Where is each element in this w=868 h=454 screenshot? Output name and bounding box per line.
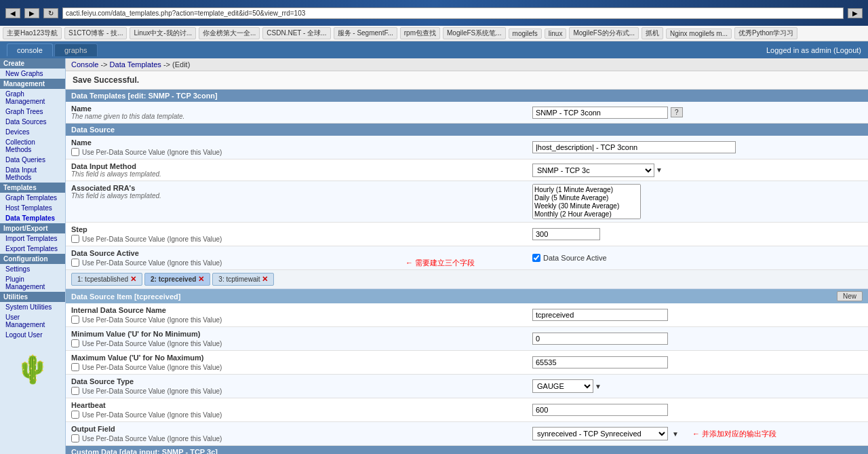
bookmark-item[interactable]: 服务 - SegmentF...: [334, 27, 397, 39]
data-templates-title: Data Templates [edit: SNMP - TCP 3conn]: [66, 90, 868, 102]
sidebar-item-host-templates[interactable]: Host Templates: [0, 203, 65, 213]
ds-active-checkbox[interactable]: [532, 254, 540, 262]
sidebar-item-export-templates[interactable]: Export Templates: [0, 244, 65, 254]
bookmarks-bar: 主要Hao123导航 S1CTO博客 - 技... Linux中文-我的讨...…: [0, 26, 868, 41]
nav-refresh-button[interactable]: ↻: [43, 8, 58, 18]
step-label: Step: [71, 225, 521, 233]
sidebar-item-data-sources[interactable]: Data Sources: [0, 117, 65, 127]
sidebar-item-settings[interactable]: Settings: [0, 264, 65, 274]
internal-name-checkbox-label: Use Per-Data Source Value (Ignore this V…: [82, 316, 222, 324]
tab-console[interactable]: console: [7, 43, 53, 56]
min-value-input[interactable]: [532, 333, 668, 345]
ds-tab-2-close[interactable]: ✕: [198, 275, 204, 284]
ds-tab-3-label: 3: tcptimewait: [218, 276, 260, 283]
bookmark-item[interactable]: S1CTO博客 - 技...: [64, 27, 127, 39]
heartbeat-checkbox[interactable]: [71, 411, 79, 419]
heartbeat-label: Heartbeat: [71, 401, 521, 409]
bookmark-item[interactable]: 你金榜第大一全...: [199, 27, 260, 39]
rra-select[interactable]: Hourly (1 Minute Average) Daily (5 Minut…: [532, 184, 641, 219]
internal-name-checkbox[interactable]: [71, 316, 79, 324]
bookmark-item[interactable]: 优秀Python学习习: [734, 27, 797, 39]
sidebar-item-user-management[interactable]: User Management: [0, 312, 65, 330]
breadcrumb-console[interactable]: Console: [71, 60, 98, 69]
ds-tab-1-close[interactable]: ✕: [130, 275, 136, 284]
address-bar[interactable]: [62, 7, 844, 19]
bookmark-item[interactable]: MogileFS的分布式...: [569, 27, 639, 39]
ds-type-checkbox-label: Use Per-Data Source Value (Ignore this V…: [82, 387, 222, 395]
ds-type-select[interactable]: GAUGE COUNTER DERIVE ABSOLUTE: [532, 379, 593, 393]
associated-rras-note: This field is always templated.: [71, 192, 521, 200]
heartbeat-input[interactable]: [532, 404, 668, 416]
new-ds-item-button[interactable]: New: [837, 291, 863, 301]
ds-active-value-label: Data Source Active: [543, 254, 607, 262]
ds-tab-2[interactable]: 2: tcpreceived ✕: [144, 273, 210, 286]
sidebar-item-collection-methods[interactable]: Collection Methods: [0, 137, 65, 155]
sidebar-item-plugin-management[interactable]: Plugin Management: [0, 274, 65, 292]
max-value-checkbox-label: Use Per-Data Source Value (Ignore this V…: [82, 364, 222, 371]
sidebar-item-new-graphs[interactable]: New Graphs: [0, 69, 65, 79]
ds-name-label: Name: [71, 138, 521, 147]
ds-name-row: Name Use Per-Data Source Value (Ignore t…: [66, 136, 868, 159]
bookmark-item[interactable]: 抓机: [642, 27, 663, 39]
nav-forward-button[interactable]: ▶: [24, 8, 39, 18]
rra-option-monthly[interactable]: Monthly (2 Hour Average): [534, 210, 639, 219]
step-checkbox[interactable]: [71, 235, 79, 243]
ds-name-checkbox[interactable]: [71, 148, 79, 156]
ds-tab-3-close[interactable]: ✕: [262, 275, 268, 284]
bookmark-item[interactable]: Linux中文-我的讨...: [130, 27, 196, 39]
custom-data-title: Custom Data [data input: SNMP - TCP 3c]: [66, 446, 868, 454]
tab-graphs[interactable]: graphs: [54, 43, 98, 56]
success-message: Save Successful.: [66, 71, 868, 90]
ds-type-row: Data Source Type Use Per-Data Source Val…: [66, 375, 868, 398]
sidebar-item-graph-management[interactable]: Graph Management: [0, 89, 65, 107]
sidebar-item-data-queries[interactable]: Data Queries: [0, 155, 65, 165]
bookmark-item[interactable]: rpm包查找: [400, 27, 440, 39]
nav-go-button[interactable]: ▶: [848, 8, 863, 18]
ds-type-checkbox[interactable]: [71, 387, 79, 395]
ds-active-use-per-checkbox[interactable]: [71, 259, 79, 267]
bookmark-item[interactable]: 主要Hao123导航: [3, 27, 62, 39]
sidebar-item-data-templates[interactable]: Data Templates: [0, 213, 65, 223]
step-checkbox-label: Use Per-Data Source Value (Ignore this V…: [82, 235, 222, 243]
ds-active-value-row: Data Source Active: [532, 254, 607, 262]
rra-option-weekly[interactable]: Weekly (30 Minute Average): [534, 202, 639, 210]
min-value-checkbox[interactable]: [71, 339, 79, 347]
bookmark-item[interactable]: linux: [545, 29, 567, 39]
rra-option-daily[interactable]: Daily (5 Minute Average): [534, 194, 639, 202]
sidebar-item-system-utilities[interactable]: System Utilities: [0, 302, 65, 312]
nav-back-button[interactable]: ◀: [5, 8, 20, 18]
output-field-select[interactable]: synreceived - TCP Synreceived: [532, 427, 668, 440]
sidebar-item-import-templates[interactable]: Import Templates: [0, 233, 65, 244]
sidebar-item-graph-templates[interactable]: Graph Templates: [0, 193, 65, 203]
breadcrumb-data-templates[interactable]: Data Templates: [110, 60, 161, 69]
ds-tab-1[interactable]: 1: tcpestablished ✕: [71, 273, 142, 286]
internal-name-row: Internal Data Source Name Use Per-Data S…: [66, 303, 868, 327]
ds-name-checkbox-label: Use Per-Data Source Value (Ignore this V…: [82, 149, 222, 156]
ds-name-input[interactable]: [532, 141, 736, 153]
bookmark-item[interactable]: Nginx mogilefs m...: [666, 29, 732, 39]
bookmark-item[interactable]: MogileFS系统笔...: [443, 27, 506, 39]
ds-active-row: Data Source Active Use Per-Data Source V…: [66, 246, 868, 270]
sidebar-item-logout-user[interactable]: Logout User: [0, 330, 65, 340]
output-field-checkbox-label: Use Per-Data Source Value (Ignore this V…: [82, 435, 222, 442]
heartbeat-row: Heartbeat Use Per-Data Source Value (Ign…: [66, 398, 868, 422]
sidebar-item-data-input-methods[interactable]: Data Input Methods: [0, 165, 65, 183]
data-input-method-select[interactable]: SNMP - TCP 3c: [532, 164, 654, 177]
sidebar-item-devices[interactable]: Devices: [0, 127, 65, 137]
max-value-checkbox[interactable]: [71, 363, 79, 371]
output-field-label: Output Field: [71, 425, 521, 433]
step-input[interactable]: [532, 228, 600, 240]
rra-option-hourly[interactable]: Hourly (1 Minute Average): [534, 186, 639, 194]
header-bar: console graphs Logged in as admin (Logou…: [0, 41, 868, 58]
output-field-checkbox[interactable]: [71, 434, 79, 442]
internal-name-input[interactable]: [532, 309, 668, 321]
name-input[interactable]: [532, 107, 668, 119]
ds-tab-3[interactable]: 3: tcptimewait ✕: [212, 273, 274, 286]
max-value-label: Maximum Value ('U' for No Maximum): [71, 354, 521, 362]
name-help-icon[interactable]: ?: [671, 107, 683, 117]
max-value-input[interactable]: [532, 356, 668, 368]
bookmark-item[interactable]: CSDN.NET - 全球...: [262, 27, 330, 39]
sidebar-item-graph-trees[interactable]: Graph Trees: [0, 107, 65, 117]
bookmark-item[interactable]: mogilefs: [509, 29, 542, 39]
data-input-dropdown-icon: ▼: [656, 166, 663, 174]
